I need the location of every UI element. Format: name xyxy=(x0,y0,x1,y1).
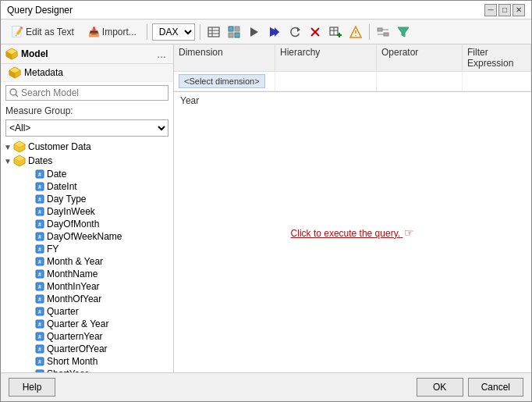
left-panel: Model ... Metadata xyxy=(1,44,174,372)
svg-marker-26 xyxy=(398,27,409,37)
toolbar: 📝 Edit as Text 📥 Import... DAX xyxy=(1,20,531,44)
fy-label: FY xyxy=(47,244,59,254)
tree-item-date[interactable]: # Date xyxy=(1,168,173,180)
minimize-button[interactable]: ─ xyxy=(484,4,497,16)
model-header: Model ... xyxy=(1,44,173,64)
monthname-field-icon: # xyxy=(35,269,44,279)
daytype-label: Day Type xyxy=(47,194,86,205)
tree-item-dayinweek[interactable]: # DayInWeek xyxy=(1,205,173,218)
tree-item-quarternyear[interactable]: # QuarternYear xyxy=(1,330,173,343)
model-more-button[interactable]: ... xyxy=(154,48,168,60)
toolbar-separator-2 xyxy=(200,24,200,40)
tree-item-fy[interactable]: # FY xyxy=(1,243,173,255)
search-icon xyxy=(9,88,19,98)
auto-execute-button[interactable] xyxy=(246,23,263,41)
tree-item-dayofweekname[interactable]: # DayOfWeekName xyxy=(1,230,173,243)
date-field-icon: # xyxy=(35,169,44,179)
dateint-label: DateInt xyxy=(47,181,77,192)
main-content: Model ... Metadata xyxy=(1,44,531,372)
svg-text:#: # xyxy=(38,284,41,290)
dayofmonth-label: DayOfMonth xyxy=(47,219,99,229)
execute-button[interactable] xyxy=(266,23,283,41)
tree-item-customer-data[interactable]: ▼ Customer Data xyxy=(1,140,173,154)
fy-field-icon: # xyxy=(35,244,44,254)
model-cube-icon xyxy=(5,48,18,60)
search-box[interactable] xyxy=(5,85,168,101)
measure-group-select[interactable]: <All> xyxy=(5,119,168,137)
close-button[interactable]: ✕ xyxy=(512,4,525,16)
svg-text:#: # xyxy=(38,234,41,240)
search-input[interactable] xyxy=(21,87,165,98)
hierarchy-cell xyxy=(275,72,377,91)
dates-expand-icon: ▼ xyxy=(4,157,13,165)
date-label: Date xyxy=(47,169,66,180)
daytype-field-icon: # xyxy=(35,194,44,204)
filter-header: Dimension Hierarchy Operator Filter Expr… xyxy=(174,44,531,72)
filter-button[interactable] xyxy=(395,23,412,41)
quarterofyear-label: QuarterOfYear xyxy=(47,343,108,354)
dimension-header: Dimension xyxy=(174,44,275,71)
settings-button[interactable] xyxy=(374,23,392,41)
svg-text:#: # xyxy=(38,209,41,215)
svg-rect-6 xyxy=(229,33,233,37)
pivot-icon-button[interactable] xyxy=(225,23,243,41)
table-icon-button[interactable] xyxy=(205,23,222,41)
svg-rect-7 xyxy=(235,33,239,37)
filter-row-1: <Select dimension> xyxy=(174,72,531,91)
quarteryear-label: Quarter & Year xyxy=(47,318,108,329)
quarteryear-field-icon: # xyxy=(35,319,44,329)
tree-item-monthname[interactable]: # MonthName xyxy=(1,268,173,280)
import-button[interactable]: 📥 Import... xyxy=(83,24,142,40)
tree-item-monthyear[interactable]: # Month & Year xyxy=(1,255,173,268)
warning-button[interactable] xyxy=(347,23,364,41)
tree-item-dateint[interactable]: # DateInt xyxy=(1,180,173,193)
ok-button[interactable]: OK xyxy=(417,378,463,397)
tree-item-quarter[interactable]: # Quarter xyxy=(1,305,173,318)
svg-text:#: # xyxy=(38,334,41,340)
svg-marker-10 xyxy=(275,27,279,37)
tree-item-shortmonth[interactable]: # Short Month xyxy=(1,355,173,368)
tree-item-monthofyear[interactable]: # MonthOfYear xyxy=(1,293,173,305)
toolbar-separator-3 xyxy=(369,24,370,40)
dayofweekname-field-icon: # xyxy=(35,232,44,241)
edit-as-text-button[interactable]: 📝 Edit as Text xyxy=(5,23,80,40)
dayinweek-field-icon: # xyxy=(35,207,44,216)
right-panel: Dimension Hierarchy Operator Filter Expr… xyxy=(174,44,531,372)
dates-label: Dates xyxy=(28,155,52,166)
metadata-item[interactable]: Metadata xyxy=(1,64,173,82)
svg-rect-0 xyxy=(208,27,219,37)
tree-item-daytype[interactable]: # Day Type xyxy=(1,193,173,205)
monthinyear-field-icon: # xyxy=(35,282,44,291)
bottom-right-buttons: OK Cancel xyxy=(417,378,523,397)
metadata-icon xyxy=(9,66,21,79)
quarter-label: Quarter xyxy=(47,306,79,317)
select-dimension-cell[interactable]: <Select dimension> xyxy=(174,72,275,91)
refresh-button[interactable] xyxy=(286,23,303,41)
svg-point-21 xyxy=(355,34,356,36)
cancel-button[interactable]: Cancel xyxy=(468,378,523,397)
add-table-button[interactable] xyxy=(327,23,344,41)
click-execute-link[interactable]: Click to execute the query. ☞ xyxy=(291,226,415,239)
operator-header: Operator xyxy=(377,44,463,71)
dax-select[interactable]: DAX xyxy=(152,23,195,41)
help-button[interactable]: Help xyxy=(9,378,55,397)
monthyear-field-icon: # xyxy=(35,257,44,266)
maximize-button[interactable]: □ xyxy=(498,4,511,16)
select-dimension-button[interactable]: <Select dimension> xyxy=(179,74,265,88)
tree-view[interactable]: ▼ Customer Data ▼ Dates xyxy=(1,140,173,372)
svg-text:#: # xyxy=(38,297,41,302)
svg-rect-23 xyxy=(384,33,388,36)
delete-button[interactable] xyxy=(307,23,324,41)
tree-item-monthinyear[interactable]: # MonthInYear xyxy=(1,280,173,293)
tree-item-dayofmonth[interactable]: # DayOfMonth xyxy=(1,218,173,230)
model-label: Model xyxy=(21,48,48,59)
svg-marker-8 xyxy=(250,27,258,37)
tree-item-quarteryear[interactable]: # Quarter & Year xyxy=(1,318,173,330)
svg-text:#: # xyxy=(38,309,41,315)
tree-item-dates[interactable]: ▼ Dates xyxy=(1,154,173,168)
title-controls: ─ □ ✕ xyxy=(484,4,525,16)
filter-expression-cell xyxy=(463,72,531,91)
svg-rect-4 xyxy=(229,27,233,31)
monthofyear-field-icon: # xyxy=(35,294,44,304)
tree-item-quarterofyear[interactable]: # QuarterOfYear xyxy=(1,343,173,355)
